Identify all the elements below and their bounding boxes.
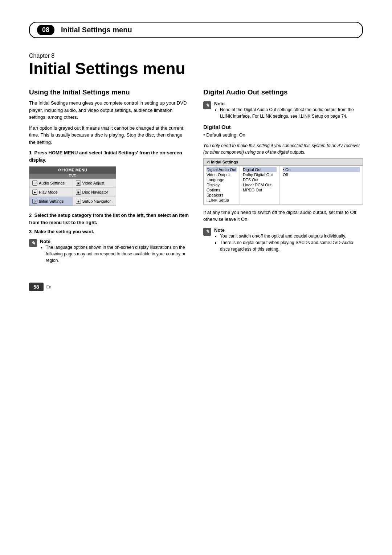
right-note-content-2: Note You can't switch on/off the optical…	[214, 227, 363, 252]
step1: 1 Press HOME MENU and select 'Initial Se…	[29, 149, 189, 163]
page-footer: 58 En	[29, 283, 363, 291]
settings-right-off: Off	[283, 172, 360, 177]
audio-icon: ♪	[32, 181, 37, 186]
page-lang: En	[46, 285, 51, 289]
step1-text: Press HOME MENU and select 'Initial Sett…	[29, 150, 182, 163]
settings-row-digital-audio: Digital Audio Out	[207, 167, 237, 172]
note-icon-3: ✎	[203, 228, 211, 236]
step3-num: 3	[29, 229, 32, 234]
settings-row-display: Display	[207, 182, 237, 187]
settings-mid-digital-out: Digital Out	[243, 167, 277, 172]
menu-cell-initial: ◇ Initial Settings	[29, 197, 73, 206]
right-note-bullet-1: None of the Digital Audio Out settings a…	[220, 106, 363, 119]
note-bullet-list-1: The language options shown in the on-scr…	[40, 244, 189, 264]
right-section-title: Digital Audio Out settings	[203, 88, 363, 97]
menu-cell-audio: ♪ Audio Settings	[29, 179, 73, 187]
menu-cell-disc: ◉ Disc Navigator	[73, 188, 116, 197]
initial-icon: ◇	[32, 199, 37, 204]
settings-mid-col: Digital Out Dolby Digital Out DTS Out Li…	[240, 166, 280, 204]
header-bar: 08 Initial Settings menu	[29, 22, 363, 38]
right-note-bullet-2a: You can't switch on/off the optical and …	[220, 233, 363, 239]
menu-cell-video: ▣ Video Adjust	[73, 179, 116, 187]
settings-table-header: ◁ Initial Settings	[204, 159, 363, 166]
disc-icon: ◉	[76, 190, 81, 195]
menu-cell-setup: ◈ Setup Navigator	[73, 197, 116, 206]
step2-text: Select the setup category from the list …	[29, 212, 189, 225]
setup-icon: ◈	[76, 199, 81, 204]
italic-para: You only need to make this setting if yo…	[203, 142, 363, 155]
step3-text: Make the setting you want.	[34, 229, 94, 234]
right-note-box-2: ✎ Note You can't switch on/off the optic…	[203, 227, 363, 252]
play-icon: ▶	[32, 190, 37, 195]
home-menu-grid: ♪ Audio Settings ▣ Video Adjust ▶ Play M…	[29, 178, 116, 206]
settings-mid-mpeg: MPEG Out	[243, 187, 277, 193]
note-icon-1: ✎	[29, 239, 37, 247]
col-left: Using the Initial Settings menu The Init…	[29, 88, 189, 268]
note-icon-2: ✎	[203, 101, 211, 109]
settings-left-col: Digital Audio Out Video Output Language …	[204, 166, 240, 204]
note-bullet-1: The language options shown in the on-scr…	[46, 244, 189, 264]
settings-row-video: Video Output	[207, 172, 237, 177]
home-menu-box: ⟳ HOME MENU DVD ♪ Audio Settings ▣ Video…	[29, 166, 116, 206]
step2-num: 2	[29, 212, 32, 218]
left-note-box: ✎ Note The language options shown in the…	[29, 239, 189, 264]
settings-mid-dolby: Dolby Digital Out	[243, 172, 277, 177]
step3: 3 Make the setting you want.	[29, 229, 189, 234]
col-right: Digital Audio Out settings ✎ Note None o…	[203, 88, 363, 256]
header-chapter-num: 08	[37, 25, 54, 35]
right-note-box-1: ✎ Note None of the Digital Audio Out set…	[203, 101, 363, 119]
settings-row-language: Language	[207, 177, 237, 182]
right-note-label-1: Note	[214, 101, 363, 106]
left-para1: The Initial Settings menu gives you comp…	[29, 100, 189, 121]
right-note-bullet-list-1: None of the Digital Audio Out settings a…	[214, 106, 363, 119]
menu-cell-play: ▶ Play Mode	[29, 188, 73, 197]
step2: 2 Select the setup category from the lis…	[29, 212, 189, 226]
settings-row-options: Options	[207, 187, 237, 193]
note-label-1: Note	[40, 239, 189, 244]
header-title: Initial Settings menu	[61, 26, 132, 34]
arrow-icon: ◁	[207, 160, 209, 164]
right-note-content-1: Note None of the Digital Audio Out setti…	[214, 101, 363, 119]
settings-table: ◁ Initial Settings Digital Audio Out Vid…	[203, 158, 363, 204]
two-col-layout: Using the Initial Settings menu The Init…	[29, 88, 363, 268]
right-note-bullet-list-2: You can't switch on/off the optical and …	[214, 233, 363, 252]
step1-num: 1	[29, 150, 32, 155]
page-number: 58	[29, 283, 44, 291]
right-note-bullet-2b: There is no digital output when playing …	[220, 239, 363, 252]
settings-row-speakers: Speakers	[207, 193, 237, 198]
settings-mid-dts: DTS Out	[243, 177, 277, 182]
default-setting: • Default setting: On	[203, 131, 363, 139]
settings-right-col: • On Off	[280, 166, 363, 204]
right-note-label-2: Note	[214, 227, 363, 233]
video-icon: ▣	[76, 181, 81, 186]
home-menu-subtitle: DVD	[29, 174, 116, 178]
after-table-para: If at any time you need to switch off th…	[203, 209, 363, 223]
settings-mid-linear: Linear PCM Out	[243, 182, 277, 187]
chapter-main-title: Initial Settings menu	[29, 60, 363, 77]
settings-row-ilink: i.LINK Setup	[207, 198, 237, 203]
left-section-title: Using the Initial Settings menu	[29, 88, 189, 97]
chapter-label: Chapter 8	[29, 53, 363, 59]
settings-right-on: • On	[283, 167, 360, 172]
page-content: Chapter 8 Initial Settings menu Using th…	[29, 53, 363, 268]
note-content-1: Note The language options shown in the o…	[40, 239, 189, 264]
digital-out-title: Digital Out	[203, 124, 363, 130]
settings-table-content: Digital Audio Out Video Output Language …	[204, 166, 363, 204]
home-menu-icon: ⟳	[58, 168, 61, 172]
left-para2: If an option is grayed out it means that…	[29, 125, 189, 146]
home-menu-title: ⟳ HOME MENU	[29, 167, 116, 174]
